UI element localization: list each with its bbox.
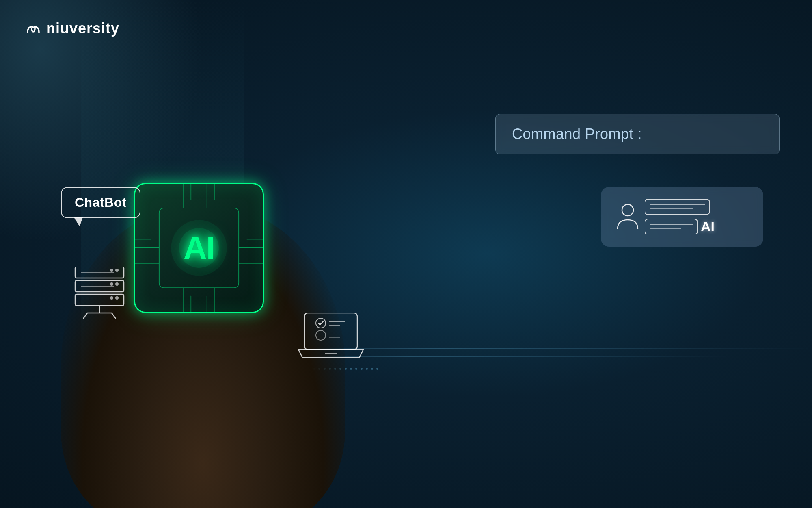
svg-point-34: [115, 296, 119, 300]
chat-bubble-2-svg: [645, 219, 698, 234]
ai-chip-container: AI: [134, 183, 264, 313]
hand-area: ChatBot: [20, 102, 386, 508]
right-panel: Command Prompt :: [495, 114, 780, 247]
command-prompt-box[interactable]: Command Prompt :: [495, 114, 780, 154]
command-prompt-label: Command Prompt :: [512, 126, 642, 142]
ai-chat-label: AI: [701, 219, 715, 234]
laptop-svg: [296, 313, 365, 366]
svg-rect-48: [645, 199, 710, 215]
laptop-icon: [296, 313, 365, 367]
svg-point-30: [115, 282, 119, 286]
logo-text: niuversity: [46, 20, 119, 37]
niuversity-logo-icon: [24, 20, 42, 37]
svg-point-25: [110, 269, 113, 272]
ai-chip-label: AI: [184, 229, 214, 267]
svg-point-43: [316, 330, 326, 340]
ai-chip-box: AI: [134, 183, 264, 313]
svg-line-37: [83, 313, 87, 319]
svg-point-33: [110, 296, 113, 300]
svg-point-40: [316, 318, 326, 328]
logo: niuversity: [24, 20, 119, 37]
svg-point-29: [110, 282, 113, 286]
svg-point-26: [115, 269, 119, 272]
ai-chat-card: AI: [601, 187, 763, 247]
svg-point-47: [622, 204, 633, 216]
chatbot-bubble: ChatBot: [61, 187, 140, 218]
person-icon: [615, 203, 640, 231]
chatbot-label: ChatBot: [75, 195, 127, 210]
svg-rect-51: [645, 219, 698, 234]
server-icon: [69, 267, 130, 321]
svg-rect-39: [304, 313, 357, 350]
svg-line-38: [112, 313, 116, 319]
chat-bubble-1-svg: [645, 199, 710, 215]
server-svg: [69, 267, 130, 319]
